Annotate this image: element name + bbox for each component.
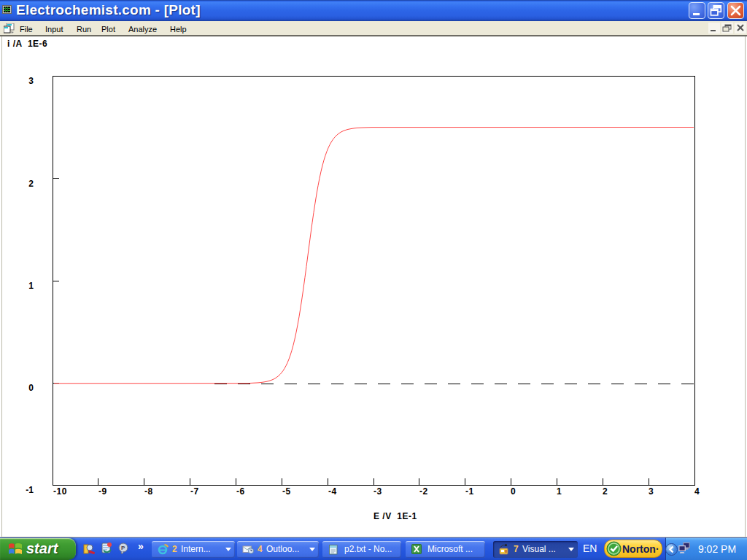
- svg-text:P: P: [121, 545, 125, 551]
